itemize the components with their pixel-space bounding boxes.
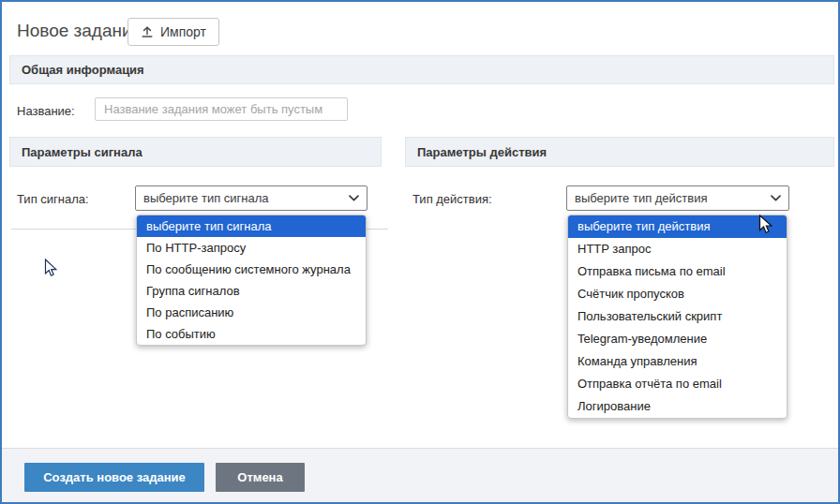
name-label: Название: — [17, 104, 75, 118]
section-action-label: Параметры действия — [417, 145, 547, 159]
signal-type-label: Тип сигнала: — [17, 192, 89, 206]
mouse-cursor-icon — [44, 259, 59, 283]
chevron-down-icon — [771, 195, 781, 201]
action-type-select[interactable]: выберите тип действия — [566, 185, 789, 211]
section-general-label: Общая информация — [22, 63, 144, 77]
dropdown-option[interactable]: Команда управления — [568, 350, 787, 373]
create-task-button[interactable]: Создать новое задание — [24, 463, 204, 492]
dropdown-option[interactable]: Telegram-уведомление — [568, 328, 787, 350]
cancel-button[interactable]: Отмена — [216, 463, 305, 492]
page-title: Новое задание — [17, 21, 142, 41]
dropdown-option[interactable]: Отправка письма по email — [568, 260, 787, 283]
signal-type-dropdown: выберите тип сигналаПо HTTP-запросуПо со… — [136, 215, 367, 346]
dropdown-option[interactable]: выберите тип действия — [568, 215, 787, 238]
import-button-label: Импорт — [160, 24, 206, 39]
dropdown-option[interactable]: выберите тип сигнала — [137, 215, 366, 237]
dropdown-option[interactable]: HTTP запрос — [568, 238, 787, 260]
dropdown-option[interactable]: Логирование — [568, 395, 787, 418]
dropdown-option[interactable]: По HTTP-запросу — [137, 237, 366, 259]
dropdown-option[interactable]: По событию — [137, 323, 366, 345]
new-task-page: Новое задание Импорт Общая информация На… — [0, 0, 840, 504]
action-type-selected-value: выберите тип действия — [575, 191, 765, 205]
dropdown-option[interactable]: Пользовательский скрипт — [568, 305, 787, 328]
dropdown-option[interactable]: По расписанию — [137, 302, 366, 323]
dropdown-option[interactable]: Счётчик пропусков — [568, 283, 787, 305]
section-action-params: Параметры действия — [405, 137, 834, 167]
upload-icon — [141, 25, 154, 38]
chevron-down-icon — [349, 195, 359, 201]
footer-bar: Создать новое задание Отмена — [2, 448, 838, 502]
section-signal-label: Параметры сигнала — [22, 145, 142, 159]
dropdown-option[interactable]: Отправка отчёта по email — [568, 373, 787, 395]
action-type-label: Тип действия: — [412, 192, 492, 206]
section-signal-params: Параметры сигнала — [9, 137, 382, 167]
dropdown-option[interactable]: Группа сигналов — [137, 280, 366, 302]
section-general-info: Общая информация — [9, 55, 834, 84]
signal-type-selected-value: выберите тип сигнала — [143, 191, 343, 205]
import-button[interactable]: Импорт — [128, 18, 219, 46]
action-type-dropdown: выберите тип действияHTTP запросОтправка… — [567, 215, 788, 419]
task-name-input[interactable] — [95, 97, 348, 121]
signal-type-select[interactable]: выберите тип сигнала — [135, 185, 368, 211]
dropdown-option[interactable]: По сообщению системного журнала — [137, 259, 366, 280]
